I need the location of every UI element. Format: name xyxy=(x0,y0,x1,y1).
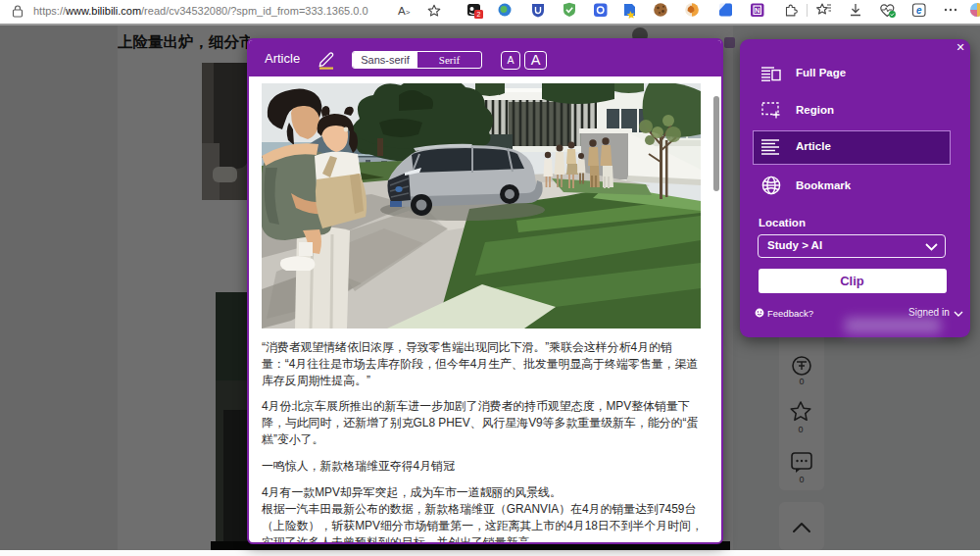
svg-text:e: e xyxy=(916,5,922,16)
svg-text:N: N xyxy=(755,6,760,15)
svg-text:2: 2 xyxy=(477,11,481,18)
